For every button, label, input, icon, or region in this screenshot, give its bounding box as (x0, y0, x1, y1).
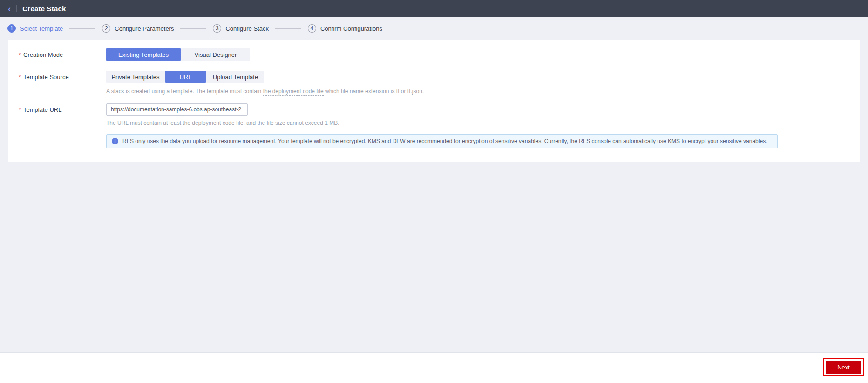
template-source-private-templates-button[interactable]: Private Templates (106, 71, 165, 83)
template-url-label: * Template URL (19, 103, 61, 116)
required-asterisk: * (19, 51, 21, 58)
step-select-template: 1 Select Template (7, 24, 63, 33)
step-connector (69, 28, 95, 29)
wizard-footer: Next (0, 352, 868, 383)
step-number-badge: 2 (102, 24, 110, 33)
template-url-input[interactable] (106, 103, 248, 116)
step-confirm-configurations: 4 Confirm Configurations (308, 24, 382, 33)
template-source-hint: A stack is created using a template. The… (106, 88, 424, 95)
required-asterisk: * (19, 106, 21, 113)
info-icon: i (112, 138, 118, 144)
step-label: Configure Parameters (115, 25, 174, 32)
template-source-label: * Template Source (19, 71, 69, 83)
next-button[interactable]: Next (826, 361, 861, 374)
deployment-code-file-link[interactable]: the deployment code file (263, 88, 324, 96)
rfs-notice-text: RFS only uses the data you upload for re… (122, 138, 767, 144)
step-configure-stack: 3 Configure Stack (213, 24, 269, 33)
step-number-badge: 4 (308, 24, 316, 33)
header-divider (16, 5, 17, 12)
template-source-url-button[interactable]: URL (165, 71, 206, 83)
step-number-badge: 1 (7, 24, 16, 33)
page-title: Create Stack (22, 5, 66, 13)
step-label: Select Template (20, 25, 63, 32)
creation-mode-visual-designer-button[interactable]: Visual Designer (181, 48, 250, 61)
template-source-toggle: Private Templates URL Upload Template (106, 71, 265, 83)
step-label: Configure Stack (225, 25, 269, 32)
step-connector (180, 28, 206, 29)
step-label: Confirm Configurations (320, 25, 382, 32)
step-number-badge: 3 (213, 24, 221, 33)
wizard-steps: 1 Select Template 2 Configure Parameters… (0, 17, 868, 40)
select-template-form-card: * Creation Mode Existing Templates Visua… (8, 40, 860, 162)
page-header: ‹ Create Stack (0, 0, 868, 17)
required-asterisk: * (19, 74, 21, 81)
template-source-upload-template-button[interactable]: Upload Template (206, 71, 264, 83)
step-connector (275, 28, 301, 29)
creation-mode-toggle: Existing Templates Visual Designer (106, 48, 251, 61)
back-chevron-icon[interactable]: ‹ (8, 4, 11, 13)
template-url-hint: The URL must contain at least the deploy… (106, 120, 339, 126)
rfs-notice-banner: i RFS only uses the data you upload for … (106, 134, 778, 148)
creation-mode-existing-templates-button[interactable]: Existing Templates (106, 48, 181, 61)
creation-mode-label: * Creation Mode (19, 48, 63, 61)
step-configure-parameters: 2 Configure Parameters (102, 24, 174, 33)
next-button-annotation-box: Next (823, 358, 864, 376)
